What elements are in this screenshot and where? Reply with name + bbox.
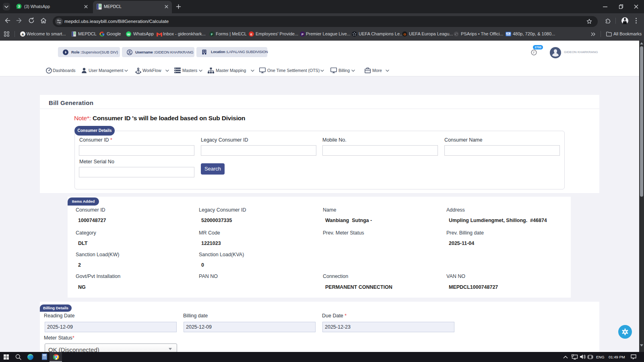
svg-text:O: O <box>403 33 406 36</box>
svg-text:A: A <box>22 33 24 36</box>
svg-text:P: P <box>301 33 303 36</box>
svg-text:3: 3 <box>18 4 20 8</box>
svg-text:W: W <box>127 33 130 36</box>
svg-text:F: F <box>211 33 213 36</box>
svg-text:E: E <box>250 33 252 36</box>
